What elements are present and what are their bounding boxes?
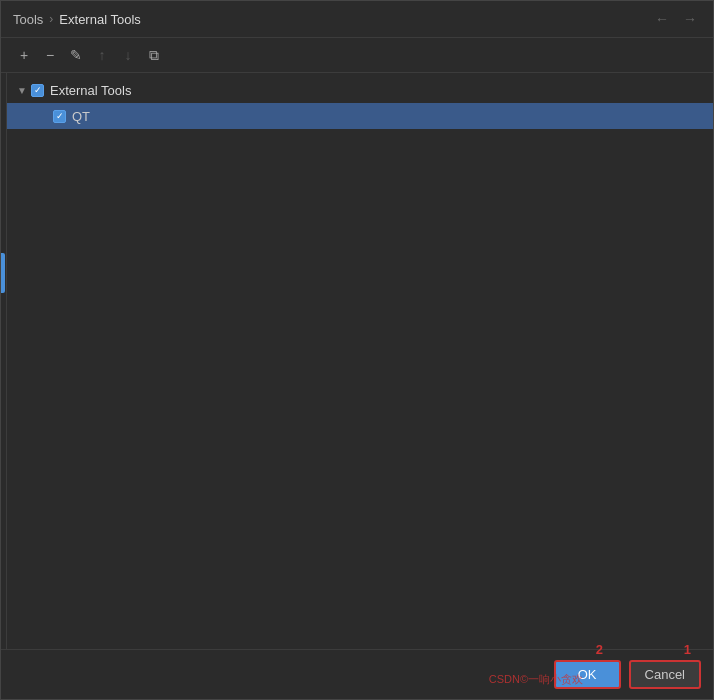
label-2: 2	[596, 642, 603, 657]
child-expand-icon	[37, 109, 51, 123]
move-down-button[interactable]: ↓	[117, 44, 139, 66]
tree-panel: ▼ External Tools QT	[7, 73, 713, 649]
breadcrumb: Tools › External Tools	[13, 12, 141, 27]
tree-group-external-tools[interactable]: ▼ External Tools	[7, 77, 713, 103]
toolbar: + − ✎ ↑ ↓ ⧉	[1, 38, 713, 73]
group-checkbox[interactable]	[31, 84, 44, 97]
sidebar-handle[interactable]	[1, 253, 5, 293]
footer: OK Cancel	[1, 649, 713, 699]
nav-arrows: ← →	[651, 9, 701, 29]
breadcrumb-current: External Tools	[59, 12, 140, 27]
copy-button[interactable]: ⧉	[143, 44, 165, 66]
content-area: ▼ External Tools QT	[1, 73, 713, 649]
move-up-button[interactable]: ↑	[91, 44, 113, 66]
label-1: 1	[684, 642, 691, 657]
edit-button[interactable]: ✎	[65, 44, 87, 66]
header: Tools › External Tools ← →	[1, 1, 713, 38]
nav-forward-button[interactable]: →	[679, 9, 701, 29]
cancel-button[interactable]: Cancel	[629, 660, 701, 689]
nav-back-button[interactable]: ←	[651, 9, 673, 29]
item-label: QT	[72, 109, 90, 124]
breadcrumb-separator: ›	[49, 12, 53, 26]
tree-item-qt[interactable]: QT	[7, 103, 713, 129]
remove-button[interactable]: −	[39, 44, 61, 66]
dialog: Tools › External Tools ← → + − ✎ ↑ ↓ ⧉ ▼…	[0, 0, 714, 700]
item-checkbox[interactable]	[53, 110, 66, 123]
footer-container: OK Cancel 2 1 CSDN©一响小贪欢	[1, 649, 713, 699]
group-label: External Tools	[50, 83, 131, 98]
breadcrumb-parent: Tools	[13, 12, 43, 27]
add-button[interactable]: +	[13, 44, 35, 66]
expand-icon: ▼	[15, 83, 29, 97]
watermark: CSDN©一响小贪欢	[489, 672, 583, 687]
left-sidebar	[1, 73, 7, 649]
